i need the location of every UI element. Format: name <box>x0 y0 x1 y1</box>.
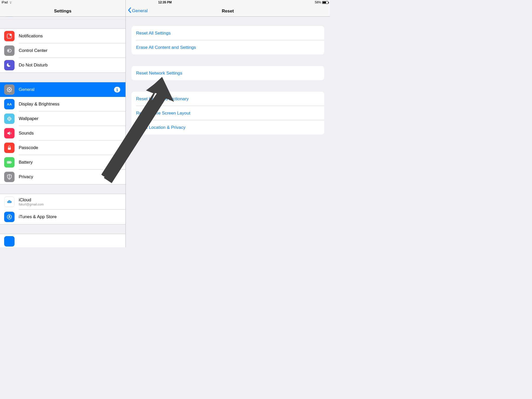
battery-percent: 58% <box>315 1 321 4</box>
panel-row-label: Erase All Content and Settings <box>136 45 196 50</box>
svg-line-13 <box>11 88 11 89</box>
reset-location-row[interactable]: Reset Location & Privacy <box>131 120 324 135</box>
svg-point-20 <box>10 118 11 119</box>
sidebar-item-label: Passcode <box>19 145 125 150</box>
sidebar-item-privacy[interactable]: Privacy <box>0 170 125 184</box>
display-icon: AA <box>4 99 15 109</box>
sidebar-group-1: Notifications Control Center Do Not Dist… <box>0 29 125 73</box>
chevron-left-icon <box>128 7 131 14</box>
icloud-icon <box>4 197 15 207</box>
sidebar-item-label: iTunes & App Store <box>19 214 125 220</box>
reset-home-row[interactable]: Reset Home Screen Layout <box>131 106 324 120</box>
sidebar-item-label: Display & Brightness <box>19 102 125 107</box>
svg-rect-24 <box>11 162 12 163</box>
svg-point-5 <box>9 89 10 90</box>
sidebar-item-sounds[interactable]: Sounds <box>0 126 125 141</box>
appstore-icon <box>4 212 15 222</box>
svg-line-12 <box>8 91 8 92</box>
reset-network-row[interactable]: Reset Network Settings <box>131 66 324 80</box>
svg-point-3 <box>8 50 9 51</box>
sidebar-item-label: iCloud <box>19 197 44 203</box>
panel-row-label: Reset Network Settings <box>136 71 182 76</box>
reset-group-1: Reset All Settings Erase All Content and… <box>131 26 324 55</box>
sidebar-item-itunes[interactable]: iTunes & App Store <box>0 210 125 224</box>
carrier-label: iPad <box>2 1 8 4</box>
status-time: 12:35 PM <box>158 1 172 4</box>
sidebar-item-icloud[interactable]: iCloud fskurt@gmail.com <box>0 194 125 210</box>
sidebar-item-label: General <box>19 87 114 92</box>
battery-icon <box>322 1 328 4</box>
screen: iPad 12:35 PM 58% Wi-Fi superhero <box>0 0 330 247</box>
lock-icon <box>4 143 15 153</box>
sidebar-item-display[interactable]: AA Display & Brightness <box>0 97 125 111</box>
sidebar-item-notifications[interactable]: Notifications <box>0 29 125 43</box>
reset-keyboard-row[interactable]: Reset Keyboard Dictionary <box>131 92 324 106</box>
svg-text:AA: AA <box>7 102 12 106</box>
svg-rect-21 <box>8 148 11 150</box>
detail-body: Reset All Settings Erase All Content and… <box>126 26 330 135</box>
reset-all-settings-row[interactable]: Reset All Settings <box>131 26 324 40</box>
back-label: General <box>132 8 148 14</box>
sidebar-title: Settings <box>54 9 71 14</box>
sidebar-item-label: Privacy <box>19 174 125 179</box>
wallpaper-icon <box>4 114 15 124</box>
dnd-icon <box>4 60 15 70</box>
sidebar-item-label: Sounds <box>19 131 125 136</box>
svg-point-19 <box>8 118 9 119</box>
sounds-icon <box>4 128 15 138</box>
erase-all-row[interactable]: Erase All Content and Settings <box>131 40 324 55</box>
sidebar-item-battery[interactable]: Battery <box>0 155 125 170</box>
unknown-icon <box>4 236 15 247</box>
status-left: iPad <box>2 1 12 4</box>
settings-sidebar: Wi-Fi superhero Bluetooth Off Noti <box>0 0 126 247</box>
panel-row-label: Reset Home Screen Layout <box>136 111 190 116</box>
detail-pane: General Reset Reset All Settings Erase A… <box>126 0 330 247</box>
status-right: 58% <box>315 1 328 4</box>
privacy-icon <box>4 172 15 182</box>
reset-group-3: Reset Keyboard Dictionary Reset Home Scr… <box>131 92 324 135</box>
wifi-icon <box>9 1 12 4</box>
sidebar-item-label: Do Not Disturb <box>19 63 125 68</box>
sidebar-item-label: Notifications <box>19 34 125 39</box>
sidebar-item-control-center[interactable]: Control Center <box>0 43 125 58</box>
gear-icon <box>4 84 15 95</box>
sidebar-group-3: iCloud fskurt@gmail.com iTunes & App Sto… <box>0 194 125 224</box>
back-button[interactable]: General <box>128 7 148 14</box>
panel-row-label: Reset Location & Privacy <box>136 125 185 130</box>
sidebar-item-label: Control Center <box>19 48 125 53</box>
control-center-icon <box>4 45 15 56</box>
notifications-icon <box>4 31 15 41</box>
sidebar-item-wallpaper[interactable]: Wallpaper <box>0 111 125 126</box>
badge: 1 <box>114 87 120 92</box>
svg-rect-23 <box>8 162 11 163</box>
sidebar-item-dnd[interactable]: Do Not Disturb <box>0 58 125 72</box>
status-bar: iPad 12:35 PM 58% <box>0 0 330 5</box>
svg-line-10 <box>8 88 8 89</box>
svg-point-18 <box>9 120 10 121</box>
sidebar-item-peek[interactable] <box>0 234 125 247</box>
detail-title: Reset <box>222 9 234 14</box>
sidebar-group-4-peek <box>0 234 125 247</box>
svg-point-1 <box>10 34 11 36</box>
sidebar-item-label: Wallpaper <box>19 116 125 121</box>
panel-row-label: Reset Keyboard Dictionary <box>136 96 189 102</box>
svg-point-17 <box>9 117 10 118</box>
svg-line-11 <box>11 91 11 92</box>
svg-point-16 <box>9 118 10 119</box>
reset-group-2: Reset Network Settings <box>131 66 324 80</box>
battery-icon <box>4 157 15 168</box>
sidebar-item-general[interactable]: General 1 <box>0 82 125 97</box>
sidebar-group-2: General 1 AA Display & Brightness Wallpa… <box>0 82 125 184</box>
sidebar-item-label: Battery <box>19 160 125 165</box>
sidebar-item-passcode[interactable]: Passcode <box>0 141 125 155</box>
panel-row-label: Reset All Settings <box>136 31 171 36</box>
sidebar-item-subtitle: fskurt@gmail.com <box>19 203 44 206</box>
